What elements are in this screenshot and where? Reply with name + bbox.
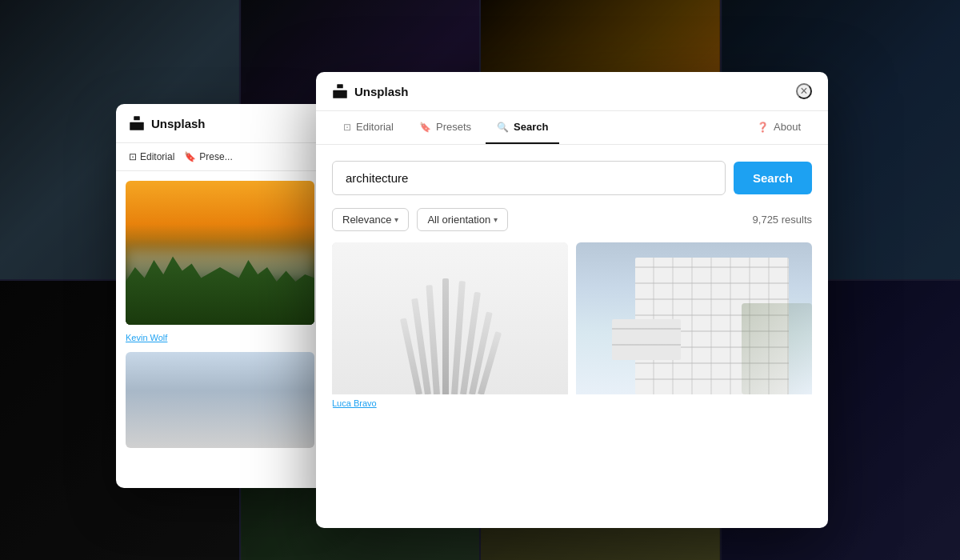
search-input-wrapper xyxy=(332,161,726,195)
front-window-header: Unsplash × xyxy=(316,72,828,111)
back-logo-area: Unsplash xyxy=(129,115,206,131)
close-button[interactable]: × xyxy=(796,83,812,99)
relevance-chevron-icon: ▾ xyxy=(394,215,398,224)
back-window-nav: ⊡ Editorial 🔖 Prese... xyxy=(116,143,324,171)
svg-rect-2 xyxy=(337,84,343,88)
nav-tabs: ⊡ Editorial 🔖 Presets 🔍 Search ❓ About xyxy=(316,111,828,145)
front-logo-area: Unsplash xyxy=(332,83,409,99)
back-window-header: Unsplash xyxy=(116,104,324,143)
editorial-icon: ⊡ xyxy=(343,122,351,133)
tab-presets[interactable]: 🔖 Presets xyxy=(408,111,482,144)
tab-editorial-label: Editorial xyxy=(356,121,394,133)
photo-1-credit[interactable]: Luca Bravo xyxy=(332,394,568,410)
orientation-label: All orientation xyxy=(427,214,490,226)
svg-rect-1 xyxy=(130,122,144,130)
tab-search-label: Search xyxy=(514,121,548,133)
search-input[interactable] xyxy=(332,161,726,195)
front-unsplash-logo-icon xyxy=(332,83,348,99)
back-editorial-icon: ⊡ xyxy=(129,151,137,162)
front-window: Unsplash × ⊡ Editorial 🔖 Presets 🔍 Searc… xyxy=(316,72,828,528)
photo-2-plant xyxy=(742,303,813,394)
photo-grid: Luca Bravo xyxy=(316,242,828,426)
building-overhang xyxy=(612,319,681,360)
back-nav-editorial[interactable]: ⊡ Editorial xyxy=(129,151,174,162)
orientation-dropdown[interactable]: All orientation ▾ xyxy=(417,208,508,231)
arch-fin-4 xyxy=(442,278,449,394)
back-window-title: Unsplash xyxy=(151,117,206,130)
photo-card-2[interactable] xyxy=(576,242,812,410)
tab-search[interactable]: 🔍 Search xyxy=(486,111,559,144)
back-presets-icon: 🔖 xyxy=(184,151,196,162)
filters-row: Relevance ▾ All orientation ▾ 9,725 resu… xyxy=(316,208,828,242)
presets-icon: 🔖 xyxy=(419,122,431,133)
relevance-dropdown[interactable]: Relevance ▾ xyxy=(332,208,409,231)
search-button[interactable]: Search xyxy=(734,162,812,194)
back-nav-presets[interactable]: 🔖 Prese... xyxy=(184,151,232,162)
back-photo-1[interactable] xyxy=(126,181,314,325)
photo-image-1 xyxy=(332,242,568,394)
back-photo-2[interactable] xyxy=(126,352,314,448)
tab-presets-label: Presets xyxy=(436,121,471,133)
back-window-content: Kevin Wolf xyxy=(116,171,324,458)
search-area: Search xyxy=(316,145,828,208)
tab-editorial[interactable]: ⊡ Editorial xyxy=(332,111,405,144)
search-icon: 🔍 xyxy=(497,122,509,133)
svg-rect-0 xyxy=(134,116,140,120)
svg-rect-3 xyxy=(333,90,347,98)
relevance-label: Relevance xyxy=(342,214,391,226)
tab-about-label: About xyxy=(774,121,801,133)
back-editorial-label: Editorial xyxy=(140,151,174,162)
back-photo-1-credit[interactable]: Kevin Wolf xyxy=(126,330,314,346)
front-window-title: Unsplash xyxy=(354,85,409,98)
photo-image-2 xyxy=(576,242,812,394)
results-count: 9,725 results xyxy=(753,214,812,226)
tab-about[interactable]: ❓ About xyxy=(746,111,812,144)
about-icon: ❓ xyxy=(757,122,769,133)
arch-fins xyxy=(356,266,545,395)
back-window: Unsplash ⊡ Editorial 🔖 Prese... Kevin Wo… xyxy=(116,104,324,488)
back-unsplash-logo-icon xyxy=(129,115,145,131)
orientation-chevron-icon: ▾ xyxy=(494,215,498,224)
photo-card-1[interactable]: Luca Bravo xyxy=(332,242,568,410)
back-presets-label: Prese... xyxy=(199,151,232,162)
photo-2-credit[interactable] xyxy=(576,394,812,400)
